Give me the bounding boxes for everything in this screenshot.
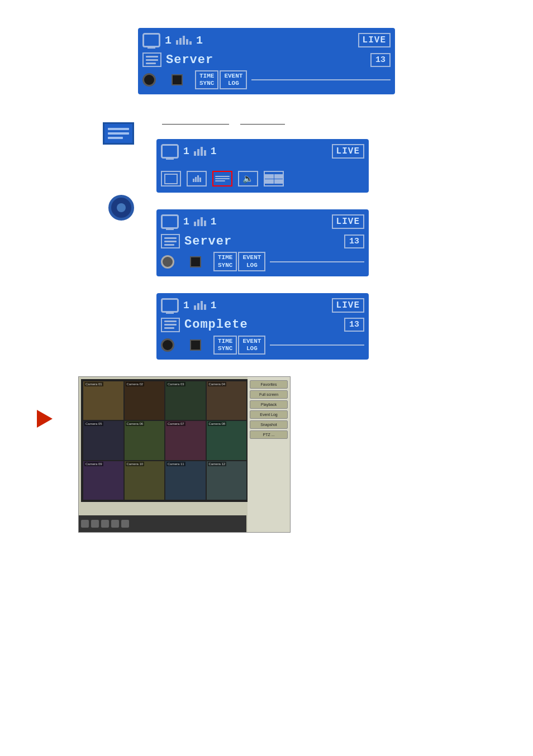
nvr-btn-ptz[interactable]: PTZ ... [250,430,288,439]
speaker-icon: 🔈 [242,173,254,184]
link-2[interactable] [240,117,285,125]
dvr-row-1: 1 1 LIVE [142,31,391,49]
s2-mini-monitor[interactable] [161,171,181,186]
nvr-cam-label-2: Camera 02 [126,382,145,386]
nvr-btn-snapshot[interactable]: Snapshot [250,420,288,429]
s4-list-icon [161,318,180,332]
nvr-sidebar: Favorites Full screen Playback Event Log… [248,377,290,532]
link-1[interactable] [162,117,229,125]
nvr-btn-fullscreen[interactable]: Full screen [250,390,288,399]
nvr-cam-label-10: Camera 10 [126,462,145,466]
line-right [251,79,391,80]
s4-live: LIVE [332,298,364,313]
s4-signal [194,301,206,310]
nvr-btn-playback[interactable]: Playback [250,400,288,409]
big-list-icon [103,122,134,145]
s2-sig-label: 1 [211,146,217,157]
s3-num-badge: 13 [344,235,364,248]
nvr-bottom-icon-1[interactable] [81,520,89,528]
circle-inner [117,203,126,212]
right-column: 1 1 LIVE [156,117,511,360]
list-icon [142,52,161,67]
nvr-bottom-icon-5[interactable] [121,520,129,528]
page: 1 1 LIVE Server 13 [0,0,533,756]
nvr-btn-eventlog[interactable]: Event Log [250,410,288,419]
nvr-cam-7: Camera 07 [165,421,206,460]
section-top: 1 1 LIVE Server 13 [22,28,511,94]
live-badge: LIVE [358,33,391,47]
nvr-cam-1: Camera 01 [83,381,123,420]
nvr-btn-favorites[interactable]: Favorites [250,380,288,389]
event-log-btn[interactable]: EVENT LOG [220,70,247,89]
s2-mini-grid-shape [265,174,283,184]
nvr-cam-label-8: Camera 08 [208,422,227,426]
s4-num-badge: 13 [344,318,364,332]
s2-monitor [161,144,179,159]
nvr-cam-label-7: Camera 07 [166,422,185,426]
s3-event-log-btn[interactable]: EVENT LOG [238,252,265,271]
s2-mini-speaker[interactable]: 🔈 [238,171,258,186]
nvr-cam-label-3: Camera 03 [166,382,185,386]
s2-icon-row: 🔈 [161,170,364,188]
nvr-cam-label-12: Camera 12 [208,462,227,466]
bottom-section: Camera 01 Camera 02 Camera 03 Camera 04 … [22,376,511,533]
s4-square [190,339,201,351]
s3-row1: 1 1 LIVE [161,213,364,231]
s3-mon-label: 1 [183,216,189,227]
s3-list-icon [161,234,180,248]
dvr-row-2: Server 13 [142,51,391,69]
s4-sig-label: 1 [211,300,217,311]
s2-mini-grid[interactable] [264,171,284,186]
s2-mini-signal[interactable] [187,171,207,186]
nvr-cam-3: Camera 03 [165,381,206,420]
s2-mini-list-selected[interactable] [212,171,232,186]
nvr-cam-9: Camera 09 [83,461,123,500]
s4-circle [161,338,174,352]
s4-time-sync-btn[interactable]: TIME SYNC [213,336,237,355]
nvr-screenshot-wrap: Camera 01 Camera 02 Camera 03 Camera 04 … [78,376,291,533]
s4-row2: Complete 13 [161,316,364,334]
nvr-cam-label-11: Camera 11 [166,462,185,466]
s2-mon-label: 1 [183,146,189,157]
s4-line-right [270,344,364,346]
nvr-cam-label-4: Camera 04 [208,382,227,386]
nvr-bottom-bar [79,515,246,532]
s4-row1: 1 1 LIVE [161,296,364,314]
s2-signal [194,147,206,156]
nvr-cam-label-6: Camera 06 [126,422,145,426]
right-arrow-icon [37,410,53,428]
s3-monitor [161,214,179,229]
s3-row2: Server 13 [161,232,364,250]
left-column [22,117,134,360]
server-label: Server [166,53,366,67]
s4-event-log-btn[interactable]: EVENT LOG [238,336,265,355]
nvr-cam-10: Camera 10 [125,461,165,500]
nvr-cam-label-5: Camera 05 [84,422,103,426]
nvr-cam-5: Camera 05 [83,421,123,460]
s2-spacer [161,162,364,170]
s3-signal [194,217,206,226]
circle-icon [142,73,156,87]
square-icon [172,74,183,85]
nvr-bottom-icon-3[interactable] [101,520,109,528]
s2-mini-mon-shape [164,174,178,184]
monitor-label: 1 [165,34,172,47]
bottom-left [22,376,67,428]
dvr-screen-2: 1 1 LIVE [156,139,369,193]
s4-monitor [161,298,179,313]
s3-server-label: Server [184,235,340,248]
s2-row1: 1 1 LIVE [161,142,364,160]
dvr-screen-4: 1 1 LIVE Complete [156,293,369,360]
s3-time-sync-btn[interactable]: TIME SYNC [213,252,237,271]
big-circle-icon [108,195,134,221]
nvr-bottom-icon-4[interactable] [111,520,119,528]
nvr-cam-6: Camera 06 [125,421,165,460]
nvr-bottom-icon-2[interactable] [91,520,99,528]
nvr-screenshot: Camera 01 Camera 02 Camera 03 Camera 04 … [78,376,291,533]
circle-icon-wrap [108,195,134,221]
s4-time-event: TIME SYNC EVENT LOG [213,336,265,355]
s4-row3: TIME SYNC EVENT LOG [161,336,364,355]
nvr-cam-11: Camera 11 [165,461,206,500]
time-sync-btn[interactable]: TIME SYNC [195,70,218,89]
nvr-cam-12: Camera 12 [207,461,247,500]
